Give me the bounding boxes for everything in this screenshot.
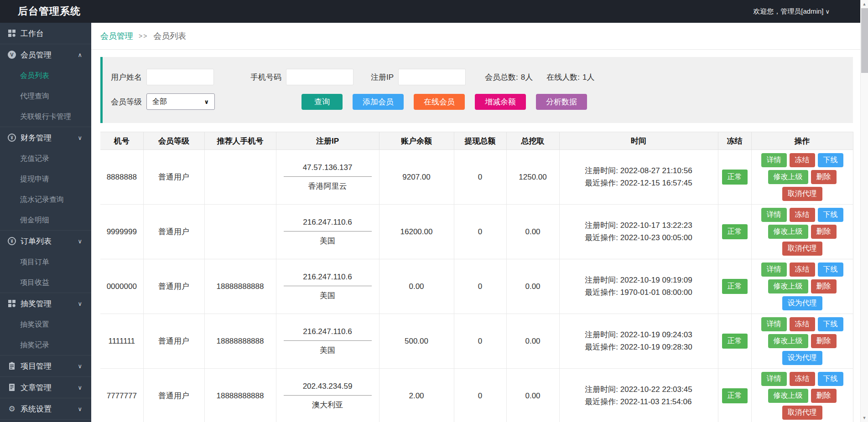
sidebar-item-label: 财务管理 xyxy=(21,133,52,143)
status-badge[interactable]: 正常 xyxy=(722,388,748,403)
delete-button[interactable]: 删除 xyxy=(811,170,837,184)
scroll-down-icon[interactable]: ▼ xyxy=(861,416,868,420)
offline-button[interactable]: 下线 xyxy=(818,372,843,386)
delete-button[interactable]: 删除 xyxy=(811,279,837,293)
sidebar-item-order-list[interactable]: ¥ 订单列表 ∨ xyxy=(0,231,91,252)
cell-mined: 0.00 xyxy=(506,259,559,314)
cell-withdraw: 0 xyxy=(454,369,506,422)
sidebar-item-project-earnings[interactable]: 项目收益 xyxy=(0,272,91,293)
sidebar-item-system-settings[interactable]: ⚙ 系统设置 ∨ xyxy=(0,398,91,419)
query-button[interactable]: 查询 xyxy=(301,94,343,110)
detail-button[interactable]: 详情 xyxy=(761,208,787,222)
offline-button[interactable]: 下线 xyxy=(818,262,843,277)
main-content: 会员管理 >> 会员列表 用户姓名 手机号码 注册IP 会员总数:8人 在线人数… xyxy=(91,23,868,422)
sidebar-item-withdraw-requests[interactable]: 提现申请 xyxy=(0,169,91,189)
sidebar-item-finance-management[interactable]: ¥ 财务管理 ∨ xyxy=(0,127,91,148)
add-member-button[interactable]: 添加会员 xyxy=(353,94,404,110)
delete-button[interactable]: 删除 xyxy=(811,334,837,348)
sidebar-item-lottery-records[interactable]: 抽奖记录 xyxy=(0,335,91,355)
status-badge[interactable]: 正常 xyxy=(722,279,748,294)
offline-button[interactable]: 下线 xyxy=(818,317,843,331)
scroll-up-icon[interactable]: ▲ xyxy=(861,2,868,6)
sidebar-item-workbench[interactable]: 工作台 xyxy=(0,23,91,44)
detail-button[interactable]: 详情 xyxy=(761,262,787,277)
register-ip-label: 注册IP xyxy=(371,72,394,82)
sidebar-item-lottery-settings[interactable]: 抽奖设置 xyxy=(0,314,91,335)
freeze-button[interactable]: 冻结 xyxy=(790,208,815,222)
status-badge[interactable]: 正常 xyxy=(722,334,748,349)
offline-button[interactable]: 下线 xyxy=(818,153,843,167)
freeze-button[interactable]: 冻结 xyxy=(790,262,815,277)
cell-level: 普通用户 xyxy=(143,150,204,205)
sidebar-item-project-orders[interactable]: 项目订单 xyxy=(0,252,91,272)
cancel-agent-button[interactable]: 取消代理 xyxy=(782,242,822,256)
change-referrer-button[interactable]: 修改上级 xyxy=(768,389,808,403)
detail-button[interactable]: 详情 xyxy=(761,153,787,167)
chevron-down-icon: ∨ xyxy=(78,238,82,245)
scrollbar-thumb[interactable] xyxy=(861,8,868,73)
cell-actions: 详情冻结下线修改上级删除取消代理 xyxy=(751,369,853,422)
chevron-down-icon: ∨ xyxy=(78,384,82,391)
welcome-menu[interactable]: 欢迎您，管理员[admin]∨ xyxy=(753,7,868,16)
cell-time: 注册时间: 2022-10-17 13:22:23最近操作: 2022-10-2… xyxy=(559,205,718,259)
analyze-data-button[interactable]: 分析数据 xyxy=(536,94,587,110)
set-agent-button[interactable]: 设为代理 xyxy=(782,296,822,310)
freeze-button[interactable]: 冻结 xyxy=(790,372,815,386)
set-agent-button[interactable]: 设为代理 xyxy=(782,351,822,365)
adjust-balance-button[interactable]: 增减余额 xyxy=(475,94,526,110)
cell-mined: 0.00 xyxy=(506,369,559,422)
cell-level: 普通用户 xyxy=(143,259,204,314)
freeze-button[interactable]: 冻结 xyxy=(790,317,815,331)
cell-phone: 7777777 xyxy=(100,369,143,422)
cell-balance: 9207.00 xyxy=(379,150,454,205)
detail-button[interactable]: 详情 xyxy=(761,372,787,386)
sidebar-item-recharge-records[interactable]: 充值记录 xyxy=(0,148,91,169)
phone-input[interactable] xyxy=(286,69,353,85)
sidebar-item-project-management[interactable]: 项目管理 ∨ xyxy=(0,355,91,376)
register-ip-input[interactable] xyxy=(398,69,466,85)
sidebar-item-member-management[interactable]: V 会员管理 ∧ xyxy=(0,44,91,65)
status-badge[interactable]: 正常 xyxy=(722,170,748,185)
change-referrer-button[interactable]: 修改上级 xyxy=(768,170,808,184)
table-row: 9999999 普通用户 216.247.110.6美国 16200.00 0 … xyxy=(100,205,853,259)
freeze-button[interactable]: 冻结 xyxy=(790,153,815,167)
change-referrer-button[interactable]: 修改上级 xyxy=(768,279,808,293)
detail-button[interactable]: 详情 xyxy=(761,317,787,331)
sidebar-item-article-management[interactable]: 文章管理 ∨ xyxy=(0,377,91,398)
member-level-select[interactable]: 全部 ∨ xyxy=(146,93,215,110)
chevron-down-icon: ∨ xyxy=(78,134,82,141)
change-referrer-button[interactable]: 修改上级 xyxy=(768,334,808,348)
delete-button[interactable]: 删除 xyxy=(811,389,837,403)
change-referrer-button[interactable]: 修改上级 xyxy=(768,225,808,239)
cell-ip: 216.247.110.6美国 xyxy=(276,259,379,314)
breadcrumb: 会员管理 >> 会员列表 xyxy=(91,23,868,50)
online-members-button[interactable]: 在线会员 xyxy=(414,94,465,110)
offline-button[interactable]: 下线 xyxy=(818,208,843,222)
cell-withdraw: 0 xyxy=(454,314,506,369)
cell-status: 正常 xyxy=(718,369,751,422)
table-row: 8888888 普通用户 47.57.136.137香港阿里云 9207.00 … xyxy=(100,150,853,205)
delete-button[interactable]: 删除 xyxy=(811,225,837,239)
sidebar-item-lottery-management[interactable]: 抽奖管理 ∨ xyxy=(0,293,91,314)
sidebar-item-flow-records[interactable]: 流水记录查询 xyxy=(0,189,91,210)
sidebar-item-agent-query[interactable]: 代理查询 xyxy=(0,86,91,106)
order-icon: ¥ xyxy=(8,237,16,245)
cell-phone: 9999999 xyxy=(100,205,143,259)
breadcrumb-section-link[interactable]: 会员管理 xyxy=(100,31,133,41)
table-row: 0000000 普通用户 18888888888 216.247.110.6美国… xyxy=(100,259,853,314)
vertical-scrollbar[interactable]: ▲ ▼ xyxy=(860,0,868,422)
col-register-ip: 注册IP xyxy=(276,132,379,150)
sidebar-group-finance: ¥ 财务管理 ∨ 充值记录 提现申请 流水记录查询 佣金明细 xyxy=(0,127,91,230)
username-input[interactable] xyxy=(146,69,214,85)
member-level-label: 会员等级 xyxy=(111,97,142,107)
cell-referrer: 18888888888 xyxy=(204,314,276,369)
top-bar: 后台管理系统 欢迎您，管理员[admin]∨ xyxy=(0,0,868,23)
sidebar-item-member-list[interactable]: 会员列表 xyxy=(0,65,91,86)
cancel-agent-button[interactable]: 取消代理 xyxy=(782,187,822,201)
status-badge[interactable]: 正常 xyxy=(722,224,748,239)
cell-balance: 500.00 xyxy=(379,314,454,369)
sidebar-item-commission-details[interactable]: 佣金明细 xyxy=(0,210,91,230)
cancel-agent-button[interactable]: 取消代理 xyxy=(782,406,822,420)
lottery-icon xyxy=(8,299,16,308)
sidebar-item-bank-card-management[interactable]: 关联银行卡管理 xyxy=(0,106,91,127)
